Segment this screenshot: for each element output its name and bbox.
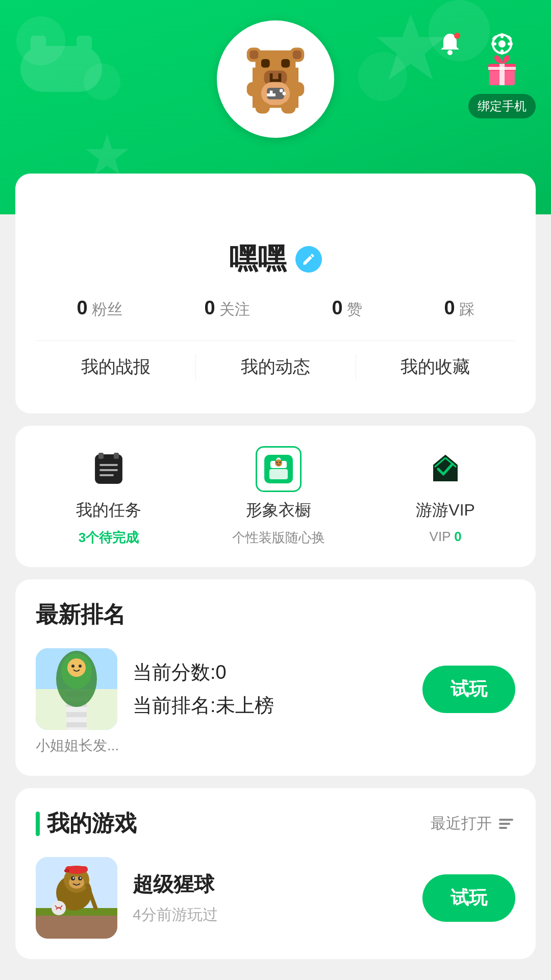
feature-card: 我的任务 3个待完成	[15, 426, 536, 567]
bind-phone-badge[interactable]: 绑定手机	[468, 94, 536, 118]
stat-dislikes-label: 踩	[459, 299, 474, 320]
stats-row: 0 粉丝 0 关注 0 赞 0 踩	[36, 297, 515, 320]
svg-rect-35	[270, 79, 282, 82]
wardrobe-sub: 个性装版随心换	[232, 529, 325, 547]
feature-vip[interactable]: 游游VIP VIP 0	[416, 446, 475, 545]
svg-point-73	[67, 658, 86, 677]
svg-rect-39	[256, 102, 270, 114]
svg-point-59	[280, 462, 281, 463]
stat-likes[interactable]: 0 赞	[332, 297, 362, 320]
stat-dislikes[interactable]: 0 踩	[444, 297, 474, 320]
svg-rect-1	[31, 36, 46, 51]
svg-rect-48	[98, 453, 104, 459]
ranking-info: 当前分数:0 当前排名:未上榜	[133, 659, 407, 719]
vip-icon	[422, 446, 468, 492]
edit-username-button[interactable]	[295, 246, 322, 273]
svg-rect-77	[499, 823, 510, 825]
task-title: 我的任务	[76, 499, 141, 522]
stat-follow-num: 0	[204, 297, 215, 319]
bell-icon	[437, 31, 463, 57]
svg-rect-78	[499, 827, 507, 829]
feature-grid: 我的任务 3个待完成	[31, 446, 520, 547]
wardrobe-title: 形象衣橱	[246, 499, 311, 522]
green-bar-accent	[36, 812, 40, 836]
svg-point-44	[280, 89, 283, 92]
feature-wardrobe[interactable]: 形象衣橱 个性装版随心换	[232, 446, 325, 547]
profile-card: 嘿嘿 0 粉丝 0 关注 0 赞 0 踩	[15, 174, 536, 413]
svg-rect-7	[39, 63, 58, 68]
svg-point-75	[79, 665, 82, 668]
gift-area[interactable]: 绑定手机	[468, 51, 536, 118]
svg-rect-81	[36, 913, 117, 939]
main-content: 嘿嘿 0 粉丝 0 关注 0 赞 0 踩	[0, 174, 551, 980]
vip-sub: VIP 0	[430, 529, 462, 545]
tab-collection[interactable]: 我的收藏	[356, 341, 515, 393]
svg-rect-56	[269, 469, 288, 479]
task-icon	[86, 446, 132, 492]
ranking-score: 当前分数:0	[133, 659, 407, 685]
svg-point-88	[73, 877, 74, 879]
monkey-game-svg	[36, 857, 117, 939]
game-thumb-monkey	[36, 857, 117, 939]
svg-rect-43	[267, 93, 276, 96]
game-try-button[interactable]: 试玩	[422, 874, 515, 922]
tab-activity[interactable]: 我的动态	[195, 341, 355, 393]
svg-point-11	[454, 33, 460, 39]
svg-rect-52	[99, 474, 114, 476]
stat-follow-label: 关注	[219, 299, 250, 320]
pixel-bear-svg	[230, 33, 321, 125]
snake-game-svg	[36, 648, 117, 730]
svg-point-58	[277, 462, 278, 463]
task-sub: 3个待完成	[79, 529, 139, 547]
profile-tabs: 我的战报 我的动态 我的收藏	[36, 340, 515, 393]
wardrobe-svg	[262, 453, 295, 485]
svg-rect-33	[270, 74, 273, 79]
game-name-label: 超级猩球	[133, 870, 407, 898]
svg-rect-69	[66, 712, 87, 717]
svg-rect-30	[261, 59, 270, 68]
sort-icon	[497, 815, 515, 833]
svg-rect-17	[508, 42, 513, 45]
username-row: 嘿嘿	[36, 240, 515, 279]
games-header: 我的游戏 最近打开	[36, 808, 515, 839]
vip-title: 游游VIP	[416, 499, 475, 522]
tab-battle-report[interactable]: 我的战报	[36, 341, 195, 393]
svg-rect-31	[281, 59, 290, 68]
game-list-info: 超级猩球 4分前游玩过	[133, 870, 407, 925]
svg-point-10	[447, 50, 453, 55]
ranking-game-name: 小姐姐长发...	[36, 736, 119, 755]
ranking-title: 最新排名	[36, 600, 515, 630]
svg-rect-76	[499, 819, 513, 821]
svg-rect-51	[99, 469, 118, 471]
game-list-item: 超级猩球 4分前游玩过 试玩	[36, 857, 515, 939]
ranking-rank: 当前排名:未上榜	[133, 693, 407, 719]
deco-gamepad-left	[10, 15, 112, 117]
svg-rect-2	[77, 36, 92, 51]
game-time-label: 4分前游玩过	[133, 904, 407, 925]
wardrobe-icon	[256, 446, 302, 492]
svg-point-13	[498, 40, 506, 47]
pencil-icon	[302, 252, 316, 266]
notification-button[interactable]	[432, 26, 468, 62]
stat-fans[interactable]: 0 粉丝	[77, 297, 122, 320]
svg-rect-40	[281, 102, 295, 114]
stat-follow[interactable]: 0 关注	[204, 297, 249, 320]
svg-rect-34	[279, 74, 282, 79]
svg-rect-23	[488, 67, 516, 70]
stat-dislikes-num: 0	[444, 297, 455, 319]
sort-label: 最近打开	[431, 813, 492, 834]
svg-point-89	[80, 877, 82, 879]
ranking-card: 最新排名	[15, 579, 536, 776]
ranking-item: 当前分数:0 当前排名:未上榜 试玩 小姐姐长发...	[36, 648, 515, 755]
svg-rect-50	[99, 464, 118, 466]
username-label: 嘿嘿	[229, 240, 286, 279]
svg-point-45	[283, 92, 286, 95]
gift-icon	[479, 51, 525, 92]
stat-fans-num: 0	[77, 297, 87, 319]
svg-point-4	[85, 51, 95, 61]
svg-rect-16	[491, 42, 496, 45]
feature-tasks[interactable]: 我的任务 3个待完成	[76, 446, 141, 547]
games-sort-button[interactable]: 最近打开	[431, 813, 515, 834]
vip-svg	[427, 451, 464, 487]
ranking-try-button[interactable]: 试玩	[422, 666, 515, 713]
